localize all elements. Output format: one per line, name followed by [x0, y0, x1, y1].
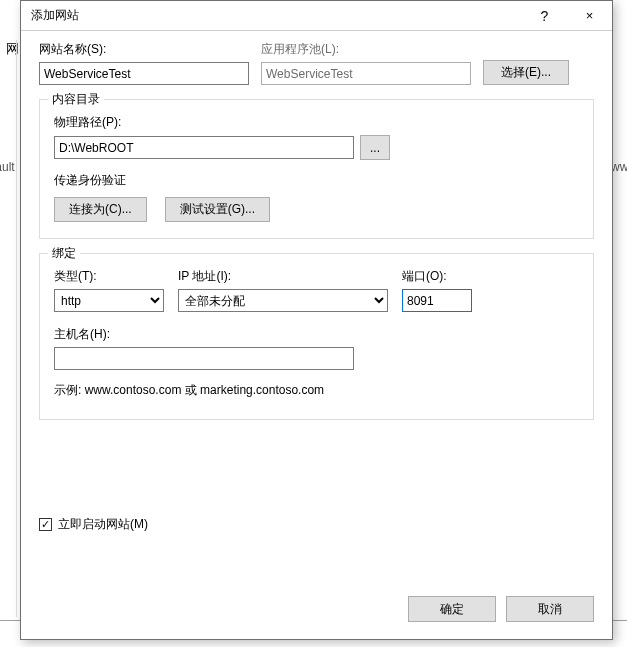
- ok-button[interactable]: 确定: [408, 596, 496, 622]
- bg-right-text: wwro: [611, 160, 627, 174]
- bg-divider: [16, 40, 17, 617]
- select-app-pool-button[interactable]: 选择(E)...: [483, 60, 569, 85]
- autostart-label: 立即启动网站(M): [58, 516, 148, 533]
- app-pool-label: 应用程序池(L):: [261, 41, 471, 58]
- dialog-title: 添加网站: [31, 7, 522, 24]
- bg-title-fragment: 网: [6, 40, 19, 58]
- binding-type-label: 类型(T):: [54, 268, 164, 285]
- titlebar: 添加网站 ? ×: [21, 1, 612, 31]
- bg-left-text: fault: [0, 160, 15, 174]
- test-settings-button[interactable]: 测试设置(G)...: [165, 197, 270, 222]
- hostname-example: 示例: www.contoso.com 或 marketing.contoso.…: [54, 382, 579, 399]
- site-name-label: 网站名称(S):: [39, 41, 249, 58]
- ok-label: 确定: [440, 601, 464, 618]
- binding-legend: 绑定: [48, 245, 80, 262]
- autostart-checkbox[interactable]: ✓: [39, 518, 52, 531]
- hostname-input[interactable]: [54, 347, 354, 370]
- ip-address-label: IP 地址(I):: [178, 268, 388, 285]
- dialog-content: 网站名称(S): 应用程序池(L): 选择(E)... 内容目录 物理路径(P)…: [21, 31, 612, 591]
- autostart-checkbox-row[interactable]: ✓ 立即启动网站(M): [39, 516, 148, 533]
- dialog-footer: 确定 取消: [21, 591, 612, 639]
- add-website-dialog: 添加网站 ? × 网站名称(S): 应用程序池(L): 选择(E)... 内容目…: [20, 0, 613, 640]
- help-icon: ?: [541, 8, 549, 24]
- close-icon: ×: [586, 8, 594, 23]
- close-button[interactable]: ×: [567, 1, 612, 31]
- hostname-label: 主机名(H):: [54, 326, 579, 343]
- binding-group: 绑定 类型(T): http IP 地址(I): 全部未分配 端口(O):: [39, 253, 594, 420]
- select-app-pool-label: 选择(E)...: [501, 64, 551, 81]
- cancel-button[interactable]: 取消: [506, 596, 594, 622]
- physical-path-label: 物理路径(P):: [54, 114, 579, 131]
- check-icon: ✓: [41, 519, 50, 530]
- port-label: 端口(O):: [402, 268, 472, 285]
- content-directory-group: 内容目录 物理路径(P): ... 传递身份验证 连接为(C)... 测试设置(…: [39, 99, 594, 239]
- content-directory-legend: 内容目录: [48, 91, 104, 108]
- port-input[interactable]: [402, 289, 472, 312]
- ip-address-select[interactable]: 全部未分配: [178, 289, 388, 312]
- connect-as-button[interactable]: 连接为(C)...: [54, 197, 147, 222]
- ellipsis-icon: ...: [370, 141, 380, 155]
- test-settings-label: 测试设置(G)...: [180, 201, 255, 218]
- passthrough-auth-label: 传递身份验证: [54, 172, 579, 189]
- site-name-input[interactable]: [39, 62, 249, 85]
- app-pool-input: [261, 62, 471, 85]
- help-button[interactable]: ?: [522, 1, 567, 31]
- browse-path-button[interactable]: ...: [360, 135, 390, 160]
- physical-path-input[interactable]: [54, 136, 354, 159]
- cancel-label: 取消: [538, 601, 562, 618]
- connect-as-label: 连接为(C)...: [69, 201, 132, 218]
- binding-type-select[interactable]: http: [54, 289, 164, 312]
